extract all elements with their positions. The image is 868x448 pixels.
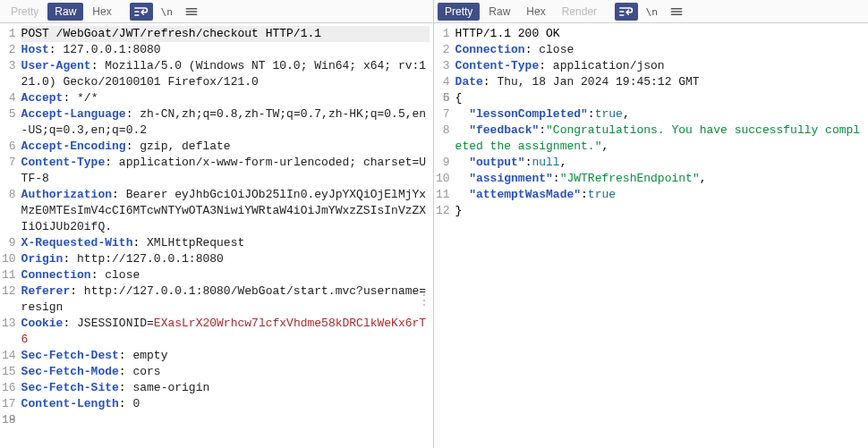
code-line: "feedback":"Congratulations. You have su…	[455, 123, 864, 155]
response-code[interactable]: 123456789101112 HTTP/1.1 200 OKConnectio…	[434, 23, 868, 448]
code-line: Content-Type: application/json	[455, 58, 864, 74]
code-line: POST /WebGoat/JWT/refresh/checkout HTTP/…	[21, 26, 430, 42]
code-line: Sec-Fetch-Site: same-origin	[21, 380, 430, 396]
response-panel: Pretty Raw Hex Render \n 123456789101112…	[434, 0, 868, 448]
code-line: Accept-Language: zh-CN,zh;q=0.8,zh-TW;q=…	[21, 106, 430, 139]
svg-text:\n: \n	[646, 6, 658, 18]
code-line: User-Agent: Mozilla/5.0 (Windows NT 10.0…	[21, 58, 430, 90]
code-line: Authorization: Bearer eyJhbGciOiJOb25lIn…	[21, 187, 430, 235]
code-line: "output":null,	[455, 155, 864, 171]
code-line: Cookie: JSESSIONID=EXasLrX20Wrhcw7lcfxVh…	[21, 316, 430, 348]
code-line: "attemptWasMade":true	[455, 187, 864, 203]
wrap-lines-icon[interactable]	[615, 3, 638, 21]
menu-icon[interactable]	[665, 3, 688, 21]
request-toolbar: Pretty Raw Hex \n	[0, 0, 433, 23]
code-line: Host: 127.0.0.1:8080	[21, 42, 430, 58]
code-line: "lessonCompleted":true,	[455, 106, 864, 123]
code-line: Content-Length: 0	[21, 396, 430, 412]
code-line: Accept-Encoding: gzip, deflate	[21, 139, 430, 155]
tab-render[interactable]: Render	[555, 3, 604, 21]
show-nonprinting-icon[interactable]: \n	[155, 3, 178, 21]
show-nonprinting-icon[interactable]: \n	[640, 3, 663, 21]
code-line: "assignment":"JWTRefreshEndpoint",	[455, 171, 864, 187]
tab-raw[interactable]: Raw	[481, 3, 517, 21]
code-line: Connection: close	[455, 42, 864, 58]
code-line: Date: Thu, 18 Jan 2024 19:45:12 GMT	[455, 74, 864, 90]
code-line: Connection: close	[21, 267, 430, 283]
code-line: Accept: */*	[21, 90, 430, 106]
tab-raw[interactable]: Raw	[47, 3, 83, 21]
code-line: Referer: http://127.0.0.1:8080/WebGoat/s…	[21, 283, 430, 316]
more-actions-icon[interactable]: ⋮	[417, 300, 431, 304]
wrap-lines-icon[interactable]	[130, 3, 153, 21]
tab-hex[interactable]: Hex	[85, 3, 118, 21]
tab-pretty[interactable]: Pretty	[438, 3, 480, 21]
svg-text:\n: \n	[160, 6, 172, 18]
response-toolbar: Pretty Raw Hex Render \n	[434, 0, 868, 23]
code-line: }	[455, 203, 864, 219]
tab-hex[interactable]: Hex	[519, 3, 552, 21]
code-line: HTTP/1.1 200 OK	[455, 26, 864, 42]
code-line: Content-Type: application/x-www-form-url…	[21, 155, 430, 187]
code-line: Sec-Fetch-Dest: empty	[21, 348, 430, 364]
request-panel: Pretty Raw Hex \n 1234567891011121314151…	[0, 0, 434, 448]
tab-pretty[interactable]: Pretty	[4, 3, 46, 21]
code-line: X-Requested-With: XMLHttpRequest	[21, 235, 430, 251]
request-code[interactable]: 12345678910111213141516171819 POST /WebG…	[0, 23, 433, 448]
menu-icon[interactable]	[180, 3, 203, 21]
code-line: {	[455, 90, 864, 106]
code-line: Origin: http://127.0.0.1:8080	[21, 251, 430, 267]
code-line: Sec-Fetch-Mode: cors	[21, 364, 430, 380]
